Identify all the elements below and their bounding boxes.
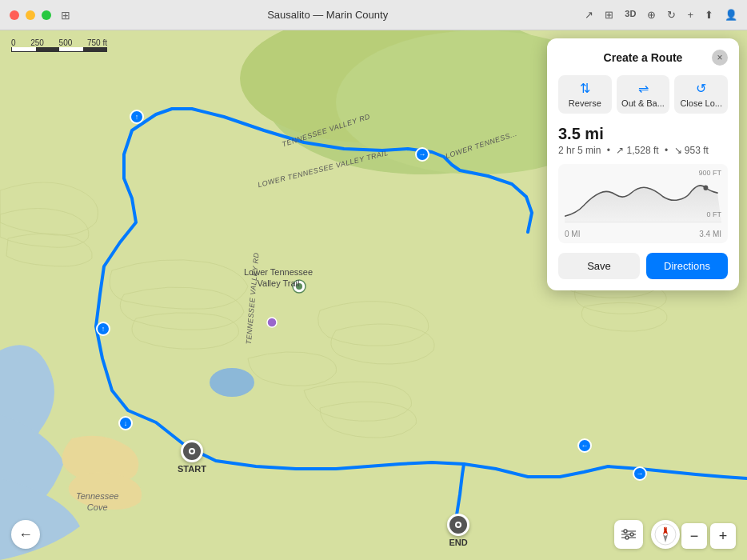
close-loop-icon: ↺ xyxy=(696,81,706,96)
out-back-icon: ⇌ xyxy=(638,81,649,96)
out-back-label: Out & Ba... xyxy=(621,98,665,108)
panel-header: Create a Route × xyxy=(558,50,728,66)
close-button[interactable] xyxy=(10,10,19,20)
svg-point-16 xyxy=(625,536,629,539)
svg-point-11 xyxy=(457,523,460,526)
svg-point-6 xyxy=(296,283,302,290)
svg-point-15 xyxy=(630,533,633,536)
path-arrow-6: ↓ xyxy=(118,416,133,430)
scale-labels: 0 250 500 750 ft xyxy=(11,38,107,47)
compass-icon: N xyxy=(654,523,677,546)
close-loop-button[interactable]: ↺ Close Lo... xyxy=(674,75,728,114)
svg-point-4 xyxy=(210,368,254,397)
reverse-button[interactable]: ⇅ Reverse xyxy=(558,75,612,114)
maximize-button[interactable] xyxy=(42,10,51,20)
zoom-in-button[interactable]: + xyxy=(710,523,736,549)
zoom-controls: − + xyxy=(681,523,736,549)
route-stats: 3.5 mi 2 hr 5 min • ↗ 1,528 ft • ↘ 953 f… xyxy=(558,125,728,156)
panel-title: Create a Route xyxy=(574,51,712,64)
layers-icon[interactable]: ⊕ xyxy=(647,9,656,21)
elevation-right-labels: 900 FT 0 FT xyxy=(698,169,721,218)
minimize-button[interactable] xyxy=(26,10,35,20)
svg-point-14 xyxy=(624,530,627,533)
account-icon[interactable]: 👤 xyxy=(725,9,737,21)
end-circle xyxy=(447,514,469,536)
add-icon[interactable]: + xyxy=(687,9,693,21)
start-circle xyxy=(181,440,203,462)
back-button[interactable]: ← xyxy=(11,520,40,549)
svg-text:N: N xyxy=(664,526,667,531)
refresh-icon[interactable]: ↻ xyxy=(667,9,676,21)
route-distance: 3.5 mi xyxy=(558,125,728,143)
filter-button[interactable] xyxy=(614,520,643,549)
path-arrow-4: → xyxy=(633,466,647,481)
reverse-label: Reverse xyxy=(569,98,601,108)
map-toggle-icon[interactable]: ⊞ xyxy=(605,9,613,21)
reverse-icon: ⇅ xyxy=(580,81,590,96)
panel-actions: Save Directions xyxy=(558,253,728,279)
path-arrow-3: ↑ xyxy=(96,322,110,336)
compass-button[interactable]: N xyxy=(651,520,680,549)
save-button[interactable]: Save xyxy=(558,253,640,279)
path-arrow-5: ← xyxy=(577,438,592,453)
directions-button[interactable]: Directions xyxy=(646,253,728,279)
scale-bar: 0 250 500 750 ft xyxy=(11,38,107,52)
route-details: 2 hr 5 min • ↗ 1,528 ft • ↘ 953 ft xyxy=(558,145,728,156)
map-container[interactable]: TENNESSEE VALLEY RD LOWER TENNESSEE VALL… xyxy=(0,30,747,560)
3d-button[interactable]: 3D xyxy=(625,9,636,21)
svg-point-9 xyxy=(190,450,194,453)
route-panel: Create a Route × ⇅ Reverse ⇌ Out & Ba...… xyxy=(547,38,739,290)
start-label: START xyxy=(178,464,206,474)
elevation-x-labels: 0 MI 3.4 MI xyxy=(565,230,721,238)
svg-point-7 xyxy=(267,318,277,327)
panel-close-button[interactable]: × xyxy=(712,50,728,66)
action-buttons-row: ⇅ Reverse ⇌ Out & Ba... ↺ Close Lo... xyxy=(558,75,728,114)
end-label: END xyxy=(449,538,467,547)
start-marker: START xyxy=(178,440,206,474)
location-icon[interactable]: ↗ xyxy=(585,9,593,21)
elevation-chart: 900 FT 0 FT xyxy=(558,164,728,243)
window-title: Sausalito — Marin County xyxy=(70,9,585,21)
filter-icon xyxy=(621,527,636,542)
back-icon: ← xyxy=(18,526,33,543)
window-controls xyxy=(10,10,51,20)
out-back-button[interactable]: ⇌ Out & Ba... xyxy=(617,75,670,114)
zoom-out-button[interactable]: − xyxy=(681,523,707,549)
toolbar-icons: ↗ ⊞ 3D ⊕ ↻ + ⬆ 👤 xyxy=(585,9,737,21)
path-arrow-2: → xyxy=(415,147,429,162)
share-icon[interactable]: ⬆ xyxy=(705,9,713,21)
close-loop-label: Close Lo... xyxy=(680,98,722,108)
map-icon: ⊞ xyxy=(61,9,70,22)
window-chrome: ⊞ Sausalito — Marin County ↗ ⊞ 3D ⊕ ↻ + … xyxy=(0,0,747,30)
path-arrow-1: ↑ xyxy=(130,110,144,124)
end-marker: END xyxy=(447,514,469,547)
scale-line xyxy=(11,47,107,52)
